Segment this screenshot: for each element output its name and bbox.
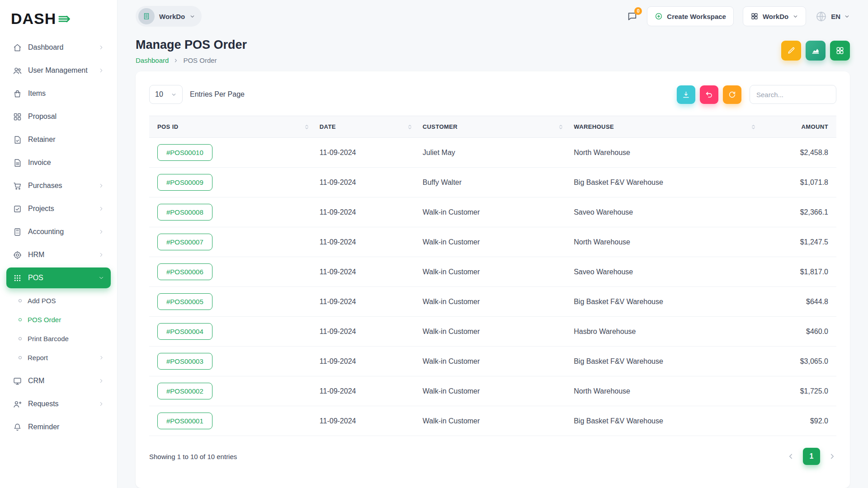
pos-id-link[interactable]: #POS00008	[157, 204, 212, 221]
plus-circle-icon	[655, 12, 663, 20]
orders-table-body: #POS0001011-09-2024Juliet MayNorth Wareh…	[149, 138, 836, 436]
table-row: #POS0000811-09-2024Walk-in CustomerSaveo…	[149, 197, 836, 227]
sidebar-item-items[interactable]: Items	[6, 83, 111, 104]
sidebar-item-purchases[interactable]: Purchases	[6, 175, 111, 196]
pos-id-link[interactable]: #POS00002	[157, 383, 212, 399]
pos-id-link[interactable]: #POS00003	[157, 353, 212, 370]
pos-id-cell: #POS00008	[149, 197, 314, 227]
breadcrumb: Dashboard POS Order	[136, 56, 247, 64]
language-selector[interactable]: EN	[815, 10, 850, 23]
brand-logo: DASH	[6, 6, 111, 35]
sidebar-item-label: Items	[28, 89, 46, 98]
chevron-down-icon	[171, 92, 177, 98]
date-cell: 11-09-2024	[314, 376, 417, 406]
sidebar-item-reminder[interactable]: Reminder	[6, 417, 111, 437]
chevron-right-icon	[98, 183, 104, 189]
page-actions	[781, 41, 850, 61]
prev-page-button[interactable]	[787, 452, 795, 460]
edit-pos-button[interactable]	[781, 41, 801, 61]
sidebar-item-projects[interactable]: Projects	[6, 198, 111, 219]
sidebar-item-hrm[interactable]: HRM	[6, 244, 111, 265]
sidebar-subitem-add-pos[interactable]: Add POS	[6, 291, 111, 310]
topbar: WorkDo 0 Create Workspace	[118, 0, 868, 33]
page-1-button[interactable]: 1	[803, 448, 820, 465]
amount-cell: $1,247.5	[761, 227, 836, 257]
date-cell: 11-09-2024	[314, 287, 417, 317]
calculator-icon	[13, 227, 22, 237]
pos-id-link[interactable]: #POS00005	[157, 293, 212, 310]
sidebar-item-pos[interactable]: POS	[6, 267, 111, 288]
pos-report-button[interactable]	[806, 41, 826, 61]
pagination: 1	[787, 448, 836, 465]
pos-id-link[interactable]: #POS00009	[157, 174, 212, 191]
sidebar-item-crm[interactable]: CRM	[6, 371, 111, 391]
table-row: #POS0000411-09-2024Walk-in CustomerHasbr…	[149, 317, 836, 347]
sidebar-item-invoice[interactable]: Invoice	[6, 152, 111, 173]
pos-id-link[interactable]: #POS00001	[157, 413, 212, 429]
amount-cell: $1,071.8	[761, 168, 836, 197]
sidebar-submenu-pos: Add POSPOS OrderPrint BarcodeReport	[6, 291, 111, 368]
warehouse-cell: Saveo Warehouse	[568, 197, 761, 227]
sidebar-item-accounting[interactable]: Accounting	[6, 221, 111, 242]
pos-id-cell: #POS00003	[149, 347, 314, 376]
sidebar-item-dashboard[interactable]: Dashboard	[6, 37, 111, 58]
messages-button[interactable]: 0	[627, 11, 638, 22]
column-header-amount[interactable]: AMOUNT	[761, 116, 836, 138]
pos-id-link[interactable]: #POS00006	[157, 263, 212, 280]
warehouse-cell: North Warehouse	[568, 376, 761, 406]
warehouse-cell: Hasbro Warehouse	[568, 317, 761, 347]
export-button[interactable]	[677, 85, 695, 104]
globe-icon	[815, 10, 827, 23]
sidebar-item-label: User Management	[28, 66, 88, 75]
column-header-pos-id[interactable]: POS ID	[149, 116, 314, 138]
pos-id-cell: #POS00007	[149, 227, 314, 257]
showing-entries-text: Showing 1 to 10 of 10 entries	[149, 453, 237, 460]
customer-cell: Walk-in Customer	[417, 376, 568, 406]
sidebar-item-retainer[interactable]: Retainer	[6, 129, 111, 150]
grid-view-button[interactable]	[830, 41, 850, 61]
entries-per-page-select[interactable]: 10	[149, 85, 183, 104]
warehouse-cell: North Warehouse	[568, 138, 761, 168]
workspace-menu-button[interactable]: WorkDo	[743, 6, 806, 26]
bag-icon	[13, 89, 22, 99]
sidebar-subitem-report[interactable]: Report	[6, 348, 111, 367]
column-header-warehouse[interactable]: WAREHOUSE	[568, 116, 761, 138]
page-header: Manage POS Order Dashboard POS Order	[118, 33, 868, 64]
create-workspace-label: Create Workspace	[667, 13, 726, 20]
sidebar-subitem-pos-order[interactable]: POS Order	[6, 310, 111, 329]
amount-cell: $2,366.1	[761, 197, 836, 227]
search-input[interactable]	[750, 85, 836, 104]
customer-cell: Walk-in Customer	[417, 257, 568, 287]
pos-id-link[interactable]: #POS00004	[157, 323, 212, 340]
workspace-menu-label: WorkDo	[763, 13, 788, 20]
pos-id-cell: #POS00010	[149, 138, 314, 168]
customer-cell: Walk-in Customer	[417, 406, 568, 436]
refresh-button[interactable]	[723, 85, 741, 104]
breadcrumb-dashboard-link[interactable]: Dashboard	[136, 56, 169, 64]
column-header-date[interactable]: DATE	[314, 116, 417, 138]
sidebar-item-requests[interactable]: Requests	[6, 394, 111, 414]
sidebar-item-label: POS	[28, 274, 43, 282]
warehouse-cell: Saveo Warehouse	[568, 257, 761, 287]
table-actions	[677, 85, 836, 104]
breadcrumb-current: POS Order	[183, 56, 217, 64]
pos-id-cell: #POS00001	[149, 406, 314, 436]
logo-arrow-icon	[58, 14, 73, 24]
sidebar: DASH DashboardUser ManagementItemsPropos…	[0, 0, 118, 488]
pos-id-cell: #POS00006	[149, 257, 314, 287]
sidebar-item-proposal[interactable]: Proposal	[6, 106, 111, 127]
amount-cell: $92.0	[761, 406, 836, 436]
sidebar-item-user-management[interactable]: User Management	[6, 60, 111, 81]
pos-id-link[interactable]: #POS00010	[157, 144, 212, 161]
card-footer: Showing 1 to 10 of 10 entries 1	[149, 448, 836, 478]
chevron-down-icon	[793, 14, 798, 19]
sidebar-item-label: Projects	[28, 205, 54, 213]
undo-button[interactable]	[700, 85, 718, 104]
workspace-switcher[interactable]: WorkDo	[136, 6, 202, 27]
next-page-button[interactable]	[828, 452, 836, 460]
sidebar-subitem-print-barcode[interactable]: Print Barcode	[6, 329, 111, 348]
pos-id-link[interactable]: #POS00007	[157, 234, 212, 250]
date-cell: 11-09-2024	[314, 257, 417, 287]
create-workspace-button[interactable]: Create Workspace	[647, 6, 734, 26]
column-header-customer[interactable]: CUSTOMER	[417, 116, 568, 138]
